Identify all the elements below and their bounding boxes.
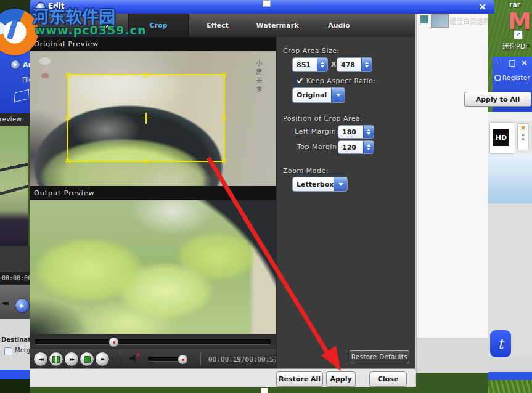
time-display: 00:00:19/00:00:57 (208, 355, 278, 363)
dropdown-arrow-icon[interactable] (334, 177, 347, 191)
crop-handle-w[interactable] (66, 116, 70, 120)
desktop-pdf-icon[interactable]: M ↗ (507, 11, 532, 38)
tab-effect[interactable]: Effect (190, 14, 245, 37)
crop-handle-ne[interactable] (222, 73, 226, 77)
close-button[interactable]: Close (369, 371, 407, 387)
bg-preview-gap (0, 246, 30, 272)
maximize-button[interactable]: □ (509, 59, 515, 67)
rewind-button[interactable]: ◂◂ (33, 352, 48, 367)
bg-bottom-blue-bar-left (0, 370, 30, 379)
seek-thumb[interactable] (108, 337, 119, 347)
bg-destination-label: Destinati (1, 336, 30, 343)
top-margin-stepper[interactable]: 120 (338, 140, 374, 154)
step-icon: ▸▸ (101, 356, 104, 362)
player-controls-bar: ◂◂ ▸▸ ▸▸ × 00:00:19/00:00:57 (30, 349, 276, 368)
dialog-footer-bar: Restore All Apply Close (30, 368, 415, 387)
screen: ▶ Ama File Preview 00:00:00 ◂◂ ▶ Destina… (0, 0, 532, 393)
move-down-icon[interactable]: ▼ (522, 137, 525, 143)
seek-track[interactable] (35, 339, 271, 345)
move-up-icon[interactable]: ▲ (522, 132, 525, 137)
bg-app-play-icon: ▶ (14, 62, 17, 67)
register-link[interactable]: Register (502, 75, 530, 81)
bg-window-title: Ama (23, 61, 30, 69)
minimize-button[interactable]: ─ (497, 59, 502, 67)
preview-column: Original Preview 小房美食 Outp (30, 37, 276, 368)
crop-height-value[interactable]: 478 (337, 58, 361, 71)
left-margin-spin-buttons[interactable] (363, 126, 374, 138)
bg-app-icon: ▶ (10, 60, 20, 70)
pause-button[interactable] (49, 352, 63, 367)
video-logo-chef-icon (36, 56, 54, 81)
zoom-mode-dropdown[interactable]: Letterbox (292, 177, 348, 192)
hd-badge: HD (493, 129, 509, 146)
crop-height-stepper[interactable]: 478 (337, 57, 372, 72)
crop-handle-n[interactable] (144, 73, 148, 77)
close-button-bg-window[interactable]: × (521, 58, 528, 67)
bg-video-preview (0, 126, 28, 246)
bg-merge-checkbox[interactable] (4, 347, 12, 355)
divider (200, 352, 201, 365)
original-preview-label: Original Preview (30, 37, 276, 51)
fast-forward-button[interactable]: ▸▸ (64, 352, 79, 367)
bg-merge-label: Merge (15, 347, 30, 354)
crop-height-spin-buttons[interactable] (361, 58, 372, 71)
restore-all-button[interactable]: Restore All (276, 371, 323, 387)
bg-folder-icon[interactable] (14, 89, 29, 103)
artifact-square-bottom (261, 388, 268, 393)
bg-play-icon: ▶ (20, 302, 25, 309)
seek-row (30, 334, 276, 349)
step-button[interactable]: ▸▸ (95, 352, 110, 367)
left-margin-value[interactable]: 180 (338, 126, 363, 138)
bg-panel-footer (488, 357, 532, 373)
shortcut-arrow-icon: ↗ (514, 30, 523, 39)
crop-handle-s[interactable] (144, 159, 148, 163)
size-separator-label: X (331, 60, 337, 68)
delete-item-icon[interactable]: × (520, 124, 526, 132)
crop-width-value[interactable]: 851 (293, 58, 317, 71)
crop-handle-e[interactable] (222, 116, 226, 120)
restore-defaults-button[interactable]: Restore Defaults (350, 350, 409, 363)
crop-width-spin-buttons[interactable] (317, 58, 327, 71)
output-preview-video (30, 200, 276, 334)
aspect-ratio-dropdown[interactable]: Original (292, 87, 345, 103)
crop-handle-se[interactable] (222, 159, 226, 163)
top-margin-value[interactable]: 120 (338, 141, 363, 153)
crop-center-cross-v (145, 113, 147, 124)
stop-icon (84, 356, 91, 363)
bg-edit-action-button[interactable]: t (490, 330, 511, 357)
crop-area-size-label: Crop Area Size: (283, 47, 340, 55)
zoom-mode-value: Letterbox (293, 177, 334, 191)
bg-menu-file[interactable]: File (22, 76, 30, 83)
dialog-close-button[interactable]: × (478, 1, 486, 12)
crop-width-stepper[interactable]: 851 (292, 57, 328, 72)
crop-settings-panel: Crop Area Size: 851 X 478 Keep Aspect Ra… (276, 37, 415, 368)
apply-to-all-button[interactable]: Apply to All (464, 92, 531, 107)
top-margin-label: Top Margin: (297, 143, 340, 151)
bg-rewind-button[interactable]: ◂◂ (2, 300, 7, 306)
zoom-mode-label: Zoom Mode: (283, 167, 329, 175)
dropdown-arrow-icon[interactable] (331, 88, 345, 102)
divider (120, 352, 120, 365)
stop-button[interactable] (80, 352, 94, 367)
register-key-icon (494, 75, 501, 81)
bg-play-button[interactable]: ▶ (15, 298, 30, 313)
left-margin-stepper[interactable]: 180 (338, 125, 374, 139)
rewind-icon: ◂◂ (39, 356, 43, 362)
filelist-item-title[interactable]: 醋溜白菜这样… (449, 16, 488, 26)
crop-region[interactable] (67, 74, 225, 162)
top-margin-spin-buttons[interactable] (363, 141, 374, 153)
desktop-pdf-label: 迷你PDF (502, 41, 529, 51)
tab-watermark[interactable]: Watermark (245, 14, 309, 37)
crop-handle-sw[interactable] (66, 159, 70, 163)
bg-list-item-row: HD × ▲ ▼ (488, 121, 532, 154)
volume-thumb[interactable] (178, 354, 188, 365)
desktop-grass-bottom-right (488, 380, 532, 393)
crop-handle-nw[interactable] (66, 73, 70, 77)
keep-aspect-label: Keep Aspect Ratio: (306, 77, 376, 85)
tab-audio[interactable]: Audio (309, 14, 369, 37)
apply-button[interactable]: Apply (326, 371, 356, 387)
bg-bottom-blue-bar-right (488, 372, 532, 380)
keep-aspect-checkbox[interactable] (295, 76, 296, 89)
bg-list-item-card[interactable]: HD (489, 122, 515, 154)
filelist-status-swatch (420, 15, 428, 23)
